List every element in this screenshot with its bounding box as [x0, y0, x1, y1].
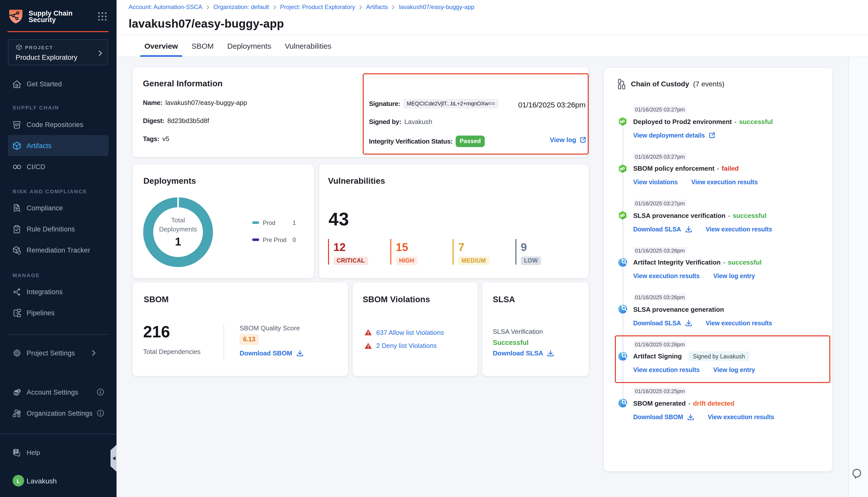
- repo-icon: [13, 120, 21, 129]
- event-link-view-execution-results[interactable]: View execution results: [633, 367, 700, 373]
- sidebar-item-organization-settings[interactable]: Organization Settings: [8, 403, 109, 424]
- download-icon: [685, 226, 692, 232]
- event-links: Download SLSAView execution results: [633, 226, 772, 233]
- severity-count: 15: [396, 242, 446, 253]
- sidebar-item-help[interactable]: Help: [13, 448, 40, 457]
- project-selector[interactable]: PROJECT Product Exploratory: [8, 39, 108, 65]
- gi-tags-row: Tags: v5: [143, 135, 169, 142]
- event-timestamp: 01/16/2025 03:27pm: [633, 106, 686, 113]
- gi-integrity-row: Integrity Verification Status: Passed: [369, 135, 485, 147]
- sidebar-item-artifacts[interactable]: Artifacts: [8, 135, 109, 156]
- event-link-view-execution-results[interactable]: View execution results: [705, 226, 772, 233]
- pipeline-hex: [618, 117, 627, 126]
- event-title: SLSA provenance generation: [633, 305, 724, 314]
- breadcrumb: Account: Automation-SSCAOrganization: de…: [129, 3, 474, 11]
- sidebar-item-get-started[interactable]: Get Started: [8, 73, 109, 94]
- sbom-total: 216: [143, 323, 170, 341]
- gi-signature-value: MEQCICde2VjlT...bL+2+mqnOXw==: [403, 99, 499, 108]
- sidebar-item-code-repositories[interactable]: Code Repositories: [8, 114, 109, 135]
- sidebar-item-cicd[interactable]: CI/CD: [8, 156, 109, 177]
- donut-center-value: 1: [175, 236, 181, 248]
- event-link-view-log-entry[interactable]: View log entry: [713, 273, 755, 280]
- sidebar-item-integrations[interactable]: Integrations: [8, 281, 109, 302]
- event-name: SBOM policy enforcement: [633, 165, 715, 172]
- pipeline-hex: [618, 211, 627, 219]
- info-icon: [97, 388, 104, 396]
- event-name: Artifact Signing: [633, 352, 682, 360]
- event-status: drift detected: [693, 399, 734, 407]
- tab-vulnerabilities[interactable]: Vulnerabilities: [280, 35, 336, 57]
- clipboard-check-icon: [13, 225, 21, 233]
- gi-digest-label: Digest:: [143, 117, 164, 124]
- sidebar-item-label: Get Started: [27, 80, 62, 88]
- event-link-view-deployment-details[interactable]: View deployment details: [633, 132, 715, 139]
- event-status: failed: [722, 165, 739, 172]
- sidebar-item-compliance[interactable]: Compliance: [8, 198, 109, 218]
- event-name: Artifact Integrity Verification: [633, 258, 720, 266]
- project-label: PROJECT: [25, 44, 53, 50]
- breadcrumb-item[interactable]: Account: Automation-SSCA: [129, 3, 202, 11]
- info-icon: [97, 410, 104, 417]
- event-link-view-execution-results[interactable]: View execution results: [691, 179, 758, 186]
- breadcrumb-item[interactable]: lavakush07/easy-buggy-app: [399, 3, 474, 11]
- event-link-label: View deployment details: [633, 132, 705, 139]
- warning-icon: [365, 329, 372, 336]
- event-link-view-execution-results[interactable]: View execution results: [633, 273, 700, 280]
- download-slsa-link[interactable]: Download SLSA: [493, 350, 554, 357]
- breadcrumb-item[interactable]: Project: Product Exploratory: [280, 3, 355, 11]
- breadcrumb-item[interactable]: Organization: default: [213, 3, 269, 11]
- event-name: SLSA provenance verification: [633, 212, 726, 219]
- view-log-link[interactable]: View log: [550, 136, 586, 143]
- slsa-title: SLSA: [493, 295, 515, 304]
- ssca-circle: [618, 352, 627, 360]
- breadcrumb-item[interactable]: Artifacts: [366, 3, 388, 11]
- chat-fab-icon[interactable]: [852, 468, 862, 479]
- event-name: Deployed to Prod2 environment: [633, 118, 732, 125]
- download-icon: [296, 350, 303, 356]
- download-sbom-link[interactable]: Download SBOM: [240, 349, 303, 357]
- allow-list-violations-link[interactable]: 637 Allow list Violations: [365, 329, 444, 336]
- tab-overview[interactable]: Overview: [140, 35, 182, 57]
- sidebar-item-rule-definitions[interactable]: Rule Definitions: [8, 218, 109, 240]
- sidebar-item-account-settings[interactable]: Account Settings: [8, 382, 109, 403]
- event-status: successful: [739, 118, 773, 125]
- gi-signed-by-value: Lavakush: [404, 118, 432, 125]
- sidebar-item-pipelines[interactable]: Pipelines: [8, 302, 109, 324]
- event-link-view-execution-results[interactable]: View execution results: [708, 413, 774, 421]
- event-link-view-violations[interactable]: View violations: [633, 179, 677, 186]
- deny-list-violations-link[interactable]: 2 Deny list Violations: [365, 342, 437, 350]
- gear-icon: [13, 349, 21, 357]
- tabbar: OverviewSBOMDeploymentsVulnerabilities: [116, 35, 868, 57]
- event-link-download-slsa[interactable]: Download SLSA: [633, 226, 692, 233]
- nav-section-label: RISK AND COMPLIANCE: [0, 177, 116, 198]
- sidebar-item-label: CI/CD: [27, 163, 45, 170]
- sidebar-item-label: Organization Settings: [27, 409, 93, 417]
- severity-badge: CRITICAL: [333, 256, 368, 265]
- event-title: Deployed to Prod2 environment-successful: [633, 117, 773, 126]
- severity-high: 15HIGH: [390, 239, 446, 264]
- ssca-circle: [618, 399, 627, 407]
- supply-chain-security-logo: [8, 9, 24, 24]
- event-link-download-slsa[interactable]: Download SLSA: [633, 320, 692, 327]
- download-slsa-label: Download SLSA: [493, 350, 543, 357]
- page: Supply Chain Security PROJECT Product Ex…: [0, 0, 868, 497]
- user-menu[interactable]: L Lavakush: [13, 475, 57, 486]
- chevron-right-icon: [359, 5, 362, 9]
- sidebar-item-label: Integrations: [27, 288, 63, 296]
- event-timestamp: 01/16/2025 03:26pm: [633, 247, 686, 254]
- sidebar-item-project-settings[interactable]: Project Settings: [8, 342, 109, 364]
- chain-of-custody-card: Chain of Custody (7 events) 01/16/2025 0…: [604, 68, 832, 471]
- tab-deployments[interactable]: Deployments: [223, 35, 276, 57]
- sidebar-item-remediation-tracker[interactable]: Remediation Tracker: [8, 240, 109, 261]
- chevron-right-icon: [92, 350, 96, 356]
- event-link-view-execution-results[interactable]: View execution results: [705, 320, 772, 327]
- tab-sbom[interactable]: SBOM: [187, 35, 218, 57]
- event-status-separator: -: [734, 118, 737, 125]
- app-title: Supply Chain Security: [29, 10, 79, 23]
- event-link-download-sbom[interactable]: Download SBOM: [633, 413, 694, 421]
- event-link-view-log-entry[interactable]: View log entry: [713, 367, 755, 373]
- severity-badge: MEDIUM: [458, 256, 489, 265]
- nav-divider: [8, 334, 109, 335]
- legend-value: 1: [293, 219, 296, 226]
- module-grid-icon[interactable]: [98, 12, 107, 21]
